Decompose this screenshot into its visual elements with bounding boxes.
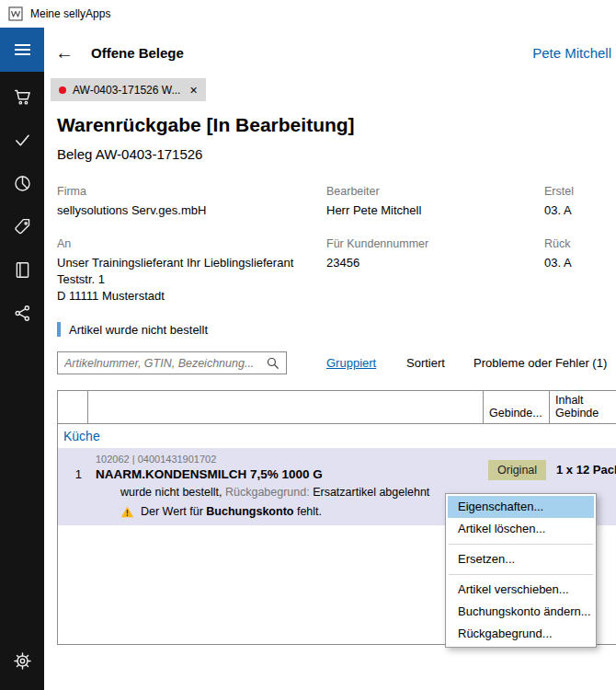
sidebar xyxy=(0,28,44,690)
app-title: Meine sellyApps xyxy=(30,7,110,20)
view-tab-probleme[interactable]: Probleme oder Fehler (1) xyxy=(473,351,607,374)
field-value: Herr Pete Mitchell xyxy=(326,202,544,219)
gebinde-badge: Original xyxy=(488,460,546,480)
table-row[interactable]: 1 102062 | 04001431901702 NAARM.KONDENSM… xyxy=(58,448,616,481)
sidebar-item-cart[interactable] xyxy=(0,75,44,119)
search-button[interactable] xyxy=(261,352,286,374)
menu-separator xyxy=(449,574,593,575)
field-kundennummer: Für Kundennummer 23456 xyxy=(326,237,544,305)
back-button[interactable]: ← xyxy=(55,42,85,63)
field-bearbeiter: Bearbeiter Herr Pete Mitchell xyxy=(326,185,544,219)
menu-item-artikel-verschieben[interactable]: Artikel verschieben... xyxy=(448,579,594,601)
filter-row: Gruppiert Sortiert Probleme oder Fehler … xyxy=(57,351,616,374)
column-header-index xyxy=(58,391,88,423)
price-tag-icon xyxy=(13,217,32,236)
menu-item-buchungskonto-aendern[interactable]: Buchungskonto ändern... xyxy=(448,601,594,623)
menu-separator xyxy=(449,544,593,545)
inhalt-cell: 1 x 12 Pack xyxy=(550,454,616,481)
fields-row-1: Firma sellysolutions Serv.ges.mbH Bearbe… xyxy=(57,185,616,219)
field-an: An Unser Trainingslieferant Ihr Liebling… xyxy=(57,237,326,305)
sidebar-item-prices[interactable] xyxy=(0,205,44,248)
tab-close-icon[interactable]: × xyxy=(189,83,197,98)
field-label: An xyxy=(57,237,326,250)
document-title: Warenrückgabe [In Bearbeitung] xyxy=(57,114,355,136)
field-value: 03. A xyxy=(544,202,616,219)
gear-icon xyxy=(13,651,32,671)
share-icon xyxy=(13,304,32,323)
article-name: NAARM.KONDENSMILCH 7,5% 1000 G xyxy=(96,467,484,481)
tab-strip: AW-0403-171526 W... × xyxy=(44,77,616,101)
info-note: Artikel wurde nicht bestellt xyxy=(57,322,208,337)
tab-open-document[interactable]: AW-0403-171526 W... × xyxy=(51,78,206,101)
menu-item-ersetzen[interactable]: Ersetzen... xyxy=(448,548,594,570)
user-link[interactable]: Pete Mitchell xyxy=(532,45,611,61)
menu-item-eigenschaften[interactable]: Eigenschaften... xyxy=(448,496,594,518)
column-header-inhalt-gebinde: Inhalt Gebinde xyxy=(550,391,616,423)
field-label: Rück xyxy=(544,237,616,250)
field-label: Firma xyxy=(57,185,326,198)
menu-item-rueckgabegrund[interactable]: Rückgabegrund... xyxy=(448,623,594,645)
pie-chart-icon xyxy=(13,174,32,193)
titlebar: Meine sellyApps xyxy=(0,0,616,28)
field-value: sellysolutions Serv.ges.mbH xyxy=(57,202,326,219)
settings-button[interactable] xyxy=(0,639,44,683)
page-title: Offene Belege xyxy=(91,45,184,61)
page-header: ← Offene Belege Pete Mitchell xyxy=(44,28,616,77)
note-text: Artikel wurde nicht bestellt xyxy=(69,323,208,337)
table-header: Gebinde... Inhalt Gebinde xyxy=(58,391,616,424)
article-cell: 102062 | 04001431901702 NAARM.KONDENSMIL… xyxy=(88,454,484,481)
search-input[interactable] xyxy=(58,357,261,370)
article-codes: 102062 | 04001431901702 xyxy=(96,454,484,465)
field-label: Bearbeiter xyxy=(326,185,544,198)
menu-item-artikel-loeschen[interactable]: Artikel löschen... xyxy=(448,518,594,540)
gebinde-cell: Original xyxy=(484,454,550,481)
unsaved-dot-icon xyxy=(59,86,66,94)
column-header-article xyxy=(88,391,484,423)
field-firma: Firma sellysolutions Serv.ges.mbH xyxy=(57,185,326,219)
field-label: Für Kundennummer xyxy=(326,237,544,250)
fields-row-2: An Unser Trainingslieferant Ihr Liebling… xyxy=(57,237,616,305)
sidebar-item-share[interactable] xyxy=(0,292,44,335)
field-label: Erstel xyxy=(544,185,616,198)
context-menu: Eigenschaften... Artikel löschen... Erse… xyxy=(445,493,597,648)
hamburger-icon xyxy=(15,44,30,46)
cart-icon xyxy=(13,87,32,107)
sidebar-item-catalog[interactable] xyxy=(0,248,44,292)
field-value: 03. A xyxy=(544,255,616,271)
field-rueckgabe: Rück 03. A xyxy=(544,237,616,305)
note-accent-bar xyxy=(57,322,61,337)
sidebar-item-statistics[interactable] xyxy=(0,162,44,205)
sidebar-item-tasks[interactable] xyxy=(0,119,44,162)
warning-icon xyxy=(120,506,134,518)
view-tab-gruppiert[interactable]: Gruppiert xyxy=(326,351,376,374)
field-erstellt: Erstel 03. A xyxy=(544,185,616,219)
search-box xyxy=(57,351,287,374)
catalog-icon xyxy=(13,260,32,280)
checkmark-icon xyxy=(13,131,32,150)
column-header-gebinde: Gebinde... xyxy=(484,391,550,423)
search-icon xyxy=(266,356,279,370)
app-window: Meine sellyApps xyxy=(0,0,616,690)
tab-label: AW-0403-171526 W... xyxy=(73,84,180,97)
field-value: 23456 xyxy=(326,255,544,271)
view-tab-sortiert[interactable]: Sortiert xyxy=(406,351,445,374)
menu-button[interactable] xyxy=(0,28,44,72)
group-header-kueche[interactable]: Küche xyxy=(58,424,616,448)
row-index: 1 xyxy=(58,454,88,481)
document-subtitle: Beleg AW-0403-171526 xyxy=(57,146,202,162)
field-value: Unser Trainingslieferant Ihr Lieblingsli… xyxy=(57,255,326,305)
app-icon xyxy=(8,6,23,21)
